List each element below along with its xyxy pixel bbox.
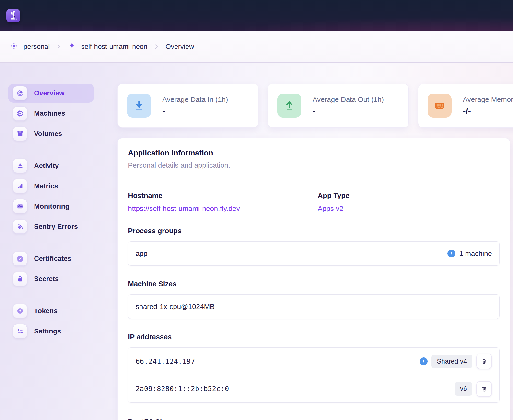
activity-stack-icon [13, 159, 27, 173]
delete-ip-button[interactable] [476, 381, 492, 397]
sidebar-item-metrics[interactable]: Metrics [8, 177, 94, 196]
breadcrumb: personal self-host-umami-neon Overview [0, 31, 513, 63]
ip-address-v6: 2a09:8280:1::2b:b52c:0 [136, 385, 229, 393]
rootfs-sizes-section: RootFS Sizes 471 MB 1 machine [128, 418, 500, 420]
top-header-bar [0, 0, 513, 31]
download-icon [127, 94, 151, 118]
sidebar-item-activity[interactable]: Activity [8, 156, 94, 175]
sidebar-item-label: Metrics [34, 182, 58, 190]
hostname-link[interactable]: https://self-host-umami-neon.fly.dev [128, 205, 318, 213]
sidebar-item-machines[interactable]: Machines [8, 104, 94, 123]
lock-icon [13, 272, 27, 286]
stat-cards-row: Average Data In (1h) - Average Data Out … [117, 84, 513, 128]
sidebar-item-sentry-errors[interactable]: Sentry Errors [8, 217, 94, 236]
stat-value: - [313, 106, 384, 116]
memory-icon [428, 94, 452, 118]
sidebar-item-overview[interactable]: Overview [8, 84, 94, 103]
ip-addresses-list: 66.241.124.197 Shared v4 [128, 347, 500, 403]
sidebar-item-label: Monitoring [34, 202, 70, 210]
ip-type-badge: v6 [455, 382, 472, 396]
process-groups-label: Process groups [128, 227, 500, 235]
ip-address-v4: 66.241.124.197 [136, 357, 195, 365]
application-information-card: Application Information Personal details… [117, 138, 510, 420]
info-icon[interactable] [447, 250, 455, 257]
breadcrumb-app[interactable]: self-host-umami-neon [68, 41, 147, 52]
breadcrumb-org[interactable]: personal [9, 41, 50, 52]
sidebar-item-label: Activity [34, 162, 59, 170]
ip-addresses-section: IP addresses 66.241.124.197 Shared v4 [128, 333, 500, 403]
machine-count: 1 machine [459, 250, 492, 258]
chevron-right-icon [153, 44, 160, 50]
breadcrumb-page-label: Overview [165, 43, 194, 51]
hostname-label: Hostname [128, 192, 318, 200]
ip-addresses-label: IP addresses [128, 333, 500, 341]
breadcrumb-org-label: personal [23, 43, 50, 51]
sidebar-item-volumes[interactable]: Volumes [8, 124, 94, 143]
chevron-right-icon [56, 44, 62, 50]
breadcrumb-app-label: self-host-umami-neon [81, 43, 147, 51]
stat-value: -/- [463, 106, 513, 116]
sidebar-divider [8, 150, 94, 150]
sidebar-item-settings[interactable]: Settings [8, 322, 94, 341]
fly-dashboard-screen: personal self-host-umami-neon Overview [0, 0, 513, 420]
app-type-link[interactable]: Apps v2 [318, 205, 500, 213]
fly-logo[interactable] [6, 9, 20, 22]
badge-check-icon [13, 252, 27, 266]
stat-value: - [162, 106, 228, 116]
info-icon[interactable] [420, 357, 428, 365]
app-type-field: App Type Apps v2 [318, 192, 500, 213]
hostname-field: Hostname https://self-host-umami-neon.fl… [128, 192, 318, 213]
pulse-icon [13, 199, 27, 213]
process-group-name: app [136, 250, 147, 258]
sidebar-item-secrets[interactable]: Secrets [8, 269, 94, 288]
sidebar-item-label: Machines [34, 110, 65, 117]
sliders-icon [13, 324, 27, 338]
chip-icon [13, 106, 27, 121]
ip-type-badge: Shared v4 [431, 355, 472, 368]
machine-sizes-section: Machine Sizes shared-1x-cpu@1024MB [128, 280, 500, 319]
org-dots-icon [9, 41, 19, 52]
sidebar-item-label: Certificates [34, 255, 71, 263]
sparkle-icon [68, 41, 76, 52]
stat-label: Average Data Out (1h) [313, 96, 384, 104]
bar-chart-icon [13, 179, 27, 193]
rootfs-sizes-label: RootFS Sizes [128, 418, 500, 420]
sidebar-item-label: Settings [34, 327, 61, 335]
sidebar-item-tokens[interactable]: Tokens [8, 301, 94, 321]
process-groups-list: app 1 machine [128, 241, 500, 266]
stat-label: Average Data In (1h) [162, 96, 228, 104]
delete-ip-button[interactable] [476, 354, 492, 369]
pie-chart-icon [13, 86, 27, 100]
sidebar-item-label: Tokens [34, 307, 58, 315]
machine-size-row: shared-1x-cpu@1024MB [128, 295, 499, 319]
sidebar-item-label: Overview [34, 89, 65, 97]
keyhole-icon [13, 304, 27, 318]
ip-row: 66.241.124.197 Shared v4 [128, 348, 499, 375]
sidebar-item-label: Volumes [34, 130, 62, 138]
stat-card-memory: Average Memory -/- [418, 84, 513, 128]
sidebar-divider [8, 295, 94, 295]
sidebar-item-certificates[interactable]: Certificates [8, 249, 94, 268]
ip-row: 2a09:8280:1::2b:b52c:0 v6 [128, 375, 499, 402]
breadcrumb-page[interactable]: Overview [165, 43, 194, 51]
card-subtitle: Personal details and application. [128, 161, 500, 169]
sentry-icon [13, 220, 27, 234]
page-body: Overview Machines [0, 63, 513, 420]
sidebar-item-monitoring[interactable]: Monitoring [8, 197, 94, 216]
card-title: Application Information [128, 149, 500, 157]
box-icon [13, 127, 27, 141]
machine-sizes-list: shared-1x-cpu@1024MB [128, 294, 500, 319]
upload-icon [277, 94, 301, 118]
stat-label: Average Memory [463, 96, 513, 104]
process-groups-section: Process groups app 1 machine [128, 227, 500, 266]
sidebar-nav: Overview Machines [8, 84, 94, 341]
sidebar-item-label: Secrets [34, 275, 59, 283]
sidebar-divider [8, 243, 94, 243]
process-group-row: app 1 machine [128, 242, 499, 265]
sidebar-item-label: Sentry Errors [34, 223, 78, 231]
stat-card-data-in: Average Data In (1h) - [117, 84, 258, 128]
stat-card-data-out: Average Data Out (1h) - [268, 84, 409, 128]
app-type-label: App Type [318, 192, 500, 200]
machine-size-name: shared-1x-cpu@1024MB [136, 303, 215, 311]
balloon-icon [8, 10, 19, 22]
